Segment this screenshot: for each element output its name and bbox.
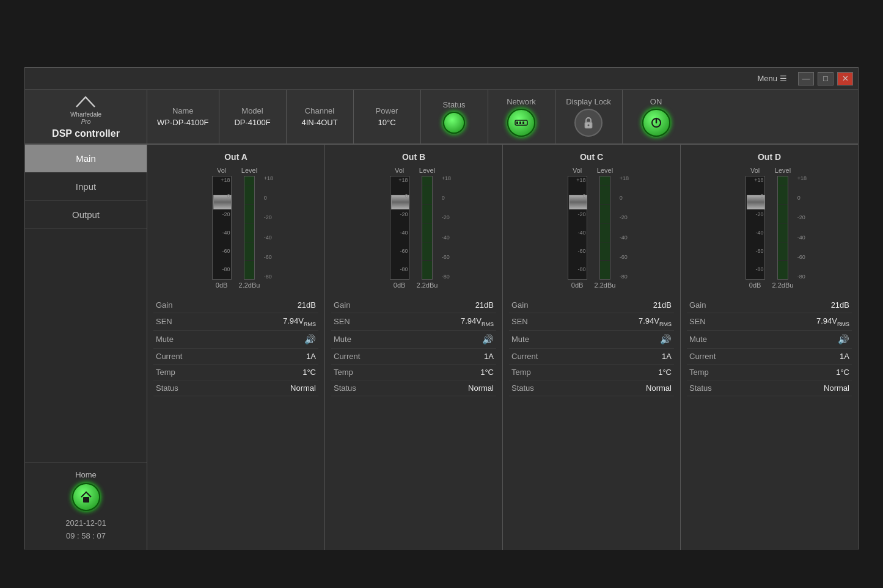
display-lock-button[interactable] — [574, 109, 603, 137]
sen-label-1: SEN — [334, 317, 350, 326]
channel-data-0: Gain 21dB SEN 7.94VRMS Mute 🔊 Current 1A… — [153, 297, 318, 396]
menu-icon: ☰ — [780, 74, 787, 83]
on-button[interactable] — [642, 109, 670, 137]
header-on-col: ON — [623, 90, 690, 143]
vol-block-1: Vol +18 0 -20 -40 -60 -80 0dB — [390, 167, 409, 289]
main-window: Menu ☰ — □ ✕ Wharfedale Pro DSP controll… — [24, 67, 859, 550]
channel-title-1: Out B — [402, 152, 425, 162]
vol-slider-2[interactable]: +18 0 -20 -40 -60 -80 — [568, 176, 587, 280]
temp-label-0: Temp — [156, 368, 175, 377]
gain-label-0: Gain — [156, 300, 172, 310]
current-label-0: Current — [156, 352, 182, 361]
current-value-3: 1A — [840, 352, 849, 361]
status-label-ch-3: Status — [689, 383, 712, 393]
status-label: Status — [443, 100, 466, 109]
channel-label: Channel — [305, 106, 334, 115]
gain-value-2: 21dB — [653, 300, 672, 310]
svg-rect-8 — [83, 497, 89, 503]
brand-name-2: Pro — [81, 118, 91, 125]
current-row-3: Current 1A — [687, 349, 852, 365]
vol-bottom-3: 0dB — [749, 281, 761, 289]
level-meter-0 — [244, 176, 255, 280]
sen-label-2: SEN — [511, 317, 528, 326]
status-value-1: Normal — [468, 383, 494, 393]
sen-value-1: 7.94VRMS — [461, 316, 494, 327]
vol-bottom-1: 0dB — [394, 281, 406, 289]
level-label-0: Level — [241, 167, 257, 174]
header-model-col: Model DP-4100F — [219, 90, 287, 143]
home-button[interactable] — [72, 483, 100, 511]
sidebar-item-output[interactable]: Output — [25, 201, 147, 229]
sen-value-2: 7.94VRMS — [639, 316, 672, 327]
sidebar-item-input[interactable]: Input — [25, 173, 147, 201]
channel-data-2: Gain 21dB SEN 7.94VRMS Mute 🔊 Current 1A… — [509, 297, 674, 396]
name-value: WP-DP-4100F — [157, 118, 209, 127]
status-label-ch-1: Status — [334, 383, 356, 393]
status-row-1: Status Normal — [331, 380, 496, 396]
current-row-2: Current 1A — [509, 349, 674, 365]
temp-label-2: Temp — [511, 368, 531, 377]
status-value-0: Normal — [290, 383, 316, 393]
mute-label-1: Mute — [334, 335, 351, 344]
mute-icon-1[interactable]: 🔊 — [482, 334, 494, 345]
channel-title-2: Out C — [580, 152, 603, 162]
network-button[interactable] — [507, 109, 535, 137]
channel-col-0: Out A Vol +18 0 -20 -40 -60 -80 — [147, 145, 325, 550]
temp-row-0: Temp 1°C — [153, 365, 318, 380]
vol-label-3: Vol — [750, 167, 760, 174]
temp-value-1: 1°C — [480, 368, 494, 377]
mute-row-1: Mute 🔊 — [331, 331, 496, 349]
current-value-1: 1A — [484, 352, 494, 361]
vol-label-0: Vol — [217, 167, 226, 174]
sen-row-2: SEN 7.94VRMS — [509, 313, 674, 331]
current-label-2: Current — [511, 352, 538, 361]
mute-row-0: Mute 🔊 — [153, 331, 318, 349]
vol-label-1: Vol — [395, 167, 404, 174]
level-label-3: Level — [775, 167, 791, 174]
current-value-0: 1A — [306, 352, 316, 361]
on-label: ON — [650, 97, 662, 106]
brand-logo: Wharfedale Pro — [70, 95, 101, 126]
channel-title-0: Out A — [224, 152, 247, 162]
level-meter-3 — [777, 176, 788, 280]
gain-label-2: Gain — [511, 300, 528, 310]
mute-icon-2[interactable]: 🔊 — [660, 334, 672, 345]
power-label: Power — [376, 106, 398, 115]
vol-slider-0[interactable]: +18 0 -20 -40 -60 -80 — [212, 176, 232, 280]
home-label: Home — [75, 470, 97, 479]
sen-row-3: SEN 7.94VRMS — [687, 313, 852, 331]
sen-value-3: 7.94VRMS — [816, 316, 849, 327]
vol-slider-3[interactable]: +18 0 -20 -40 -60 -80 — [746, 176, 765, 280]
sen-row-1: SEN 7.94VRMS — [331, 313, 496, 331]
minimize-button[interactable]: — — [798, 72, 814, 85]
level-block-2: Level +18 — [595, 167, 616, 289]
channel-value: 4IN-4OUT — [301, 118, 337, 127]
mute-icon-0[interactable]: 🔊 — [304, 334, 316, 345]
temp-row-1: Temp 1°C — [331, 365, 496, 380]
status-label-ch-0: Status — [156, 383, 178, 393]
gain-value-3: 21dB — [831, 300, 849, 310]
meter-area-3: Vol +18 0 -20 -40 -60 -80 0dB — [746, 167, 794, 289]
restore-button[interactable]: □ — [818, 72, 834, 85]
current-row-0: Current 1A — [153, 349, 318, 365]
time-value: 09 : 58 : 07 — [66, 531, 106, 540]
level-bottom-0: 2.2dBu — [239, 281, 260, 289]
title-bar-controls: Menu ☰ — □ ✕ — [757, 72, 853, 85]
model-label: Model — [241, 106, 263, 115]
mute-label-0: Mute — [156, 335, 174, 344]
level-bottom-2: 2.2dBu — [595, 281, 616, 289]
temp-value-0: 1°C — [302, 368, 316, 377]
mute-icon-3[interactable]: 🔊 — [838, 334, 849, 345]
level-bottom-3: 2.2dBu — [772, 281, 794, 289]
svg-rect-3 — [522, 122, 524, 124]
temp-value-2: 1°C — [658, 368, 672, 377]
close-button[interactable]: ✕ — [837, 72, 853, 85]
sidebar-item-main[interactable]: Main — [25, 145, 147, 173]
vol-slider-1[interactable]: +18 0 -20 -40 -60 -80 — [390, 176, 409, 280]
current-label-3: Current — [689, 352, 716, 361]
level-meter-1 — [422, 176, 433, 280]
gain-value-1: 21dB — [475, 300, 494, 310]
header-bar: Wharfedale Pro DSP controller Name WP-DP… — [25, 90, 858, 145]
vol-block-2: Vol +18 0 -20 -40 -60 -80 0dB — [568, 167, 587, 289]
menu-button[interactable]: Menu ☰ — [757, 74, 787, 83]
